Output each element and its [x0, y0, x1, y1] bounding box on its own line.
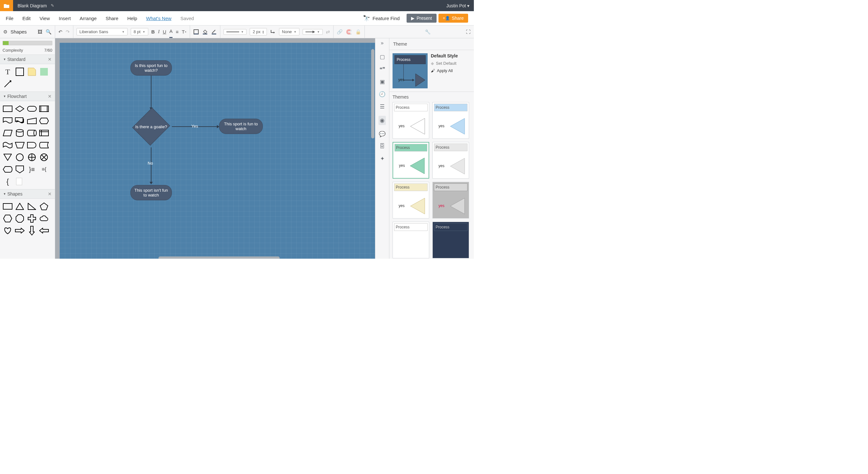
flowchart-node-result-yes[interactable]: This sport is fun to watch — [219, 119, 263, 134]
vertical-scrollbar[interactable] — [371, 49, 374, 139]
sh-arrow-r[interactable] — [14, 225, 26, 236]
comment-icon[interactable]: ❝❞ — [379, 66, 385, 73]
search-icon[interactable]: 🔍 — [45, 26, 52, 38]
fc-manual-op[interactable] — [14, 139, 26, 151]
apply-all-button[interactable]: 🖌Apply All — [431, 68, 471, 73]
fc-sum[interactable] — [38, 151, 50, 163]
theme-option-6[interactable]: Processyes — [432, 182, 469, 218]
gear-icon[interactable]: ⚙ — [3, 26, 7, 38]
theme-icon[interactable]: ◉ — [378, 116, 386, 125]
panel-header-standard[interactable]: ▼Standard✕ — [0, 55, 55, 64]
edge-label-no[interactable]: No — [148, 161, 153, 166]
menu-help[interactable]: Help — [127, 16, 137, 21]
fc-preparation[interactable] — [38, 115, 50, 127]
fc-stored[interactable] — [38, 139, 50, 151]
canvas-area[interactable]: Is this sport fun to watch? Is there a g… — [55, 38, 375, 259]
document-folder-icon[interactable] — [0, 0, 13, 11]
flowchart-node-decision[interactable]: Is there a goalie? — [135, 111, 167, 143]
layers-icon[interactable]: ☰ — [380, 103, 384, 110]
block-shape[interactable] — [14, 66, 26, 78]
feature-find[interactable]: Feature Find — [372, 16, 400, 21]
fc-card[interactable] — [14, 176, 26, 187]
fc-database[interactable] — [14, 127, 26, 139]
line-shape[interactable] — [2, 78, 13, 90]
theme-option-3[interactable]: Processyes — [393, 142, 429, 179]
fc-manual-input[interactable] — [26, 115, 38, 127]
arrow-end-select[interactable]: ▼ — [303, 29, 323, 35]
sh-rect[interactable] — [2, 201, 13, 212]
fc-internal[interactable] — [38, 127, 50, 139]
canvas[interactable]: Is this sport fun to watch? Is there a g… — [60, 43, 375, 259]
magnet-icon[interactable]: 🧲 — [346, 26, 352, 38]
image-icon[interactable]: 🖼 — [38, 26, 42, 38]
edge-label-yes[interactable]: Yes — [191, 124, 198, 128]
menu-file[interactable]: File — [6, 16, 13, 21]
fullscreen-icon[interactable]: ⛶ — [466, 26, 471, 38]
menu-insert[interactable]: Insert — [59, 16, 71, 21]
note-shape[interactable] — [26, 66, 38, 78]
flowchart-node-result-no[interactable]: This sport isn't fun to watch — [130, 185, 172, 200]
horizontal-scrollbar[interactable] — [158, 257, 280, 259]
clear-format-button[interactable]: T× — [182, 26, 186, 38]
sh-cloud[interactable] — [38, 213, 50, 224]
bold-button[interactable]: B — [152, 26, 155, 38]
text-shape[interactable]: T — [2, 66, 13, 78]
page-icon[interactable]: ▢ — [380, 54, 385, 60]
close-icon[interactable]: ✕ — [48, 57, 52, 62]
sh-tri[interactable] — [14, 201, 26, 212]
fc-decision[interactable] — [14, 103, 26, 115]
italic-button[interactable]: I — [158, 26, 159, 38]
close-icon[interactable]: ✕ — [48, 94, 52, 99]
arrow-start-select[interactable]: None▼ — [279, 28, 300, 35]
fc-terminator[interactable] — [26, 103, 38, 115]
history-icon[interactable]: 🕘 — [379, 91, 385, 98]
chat-icon[interactable]: 💬 — [379, 131, 385, 138]
sh-heart[interactable] — [2, 225, 13, 236]
sh-arrow-d[interactable] — [26, 225, 38, 236]
fc-multidoc[interactable] — [14, 115, 26, 127]
fc-predefined[interactable] — [38, 103, 50, 115]
align-button[interactable]: ≡ — [176, 26, 179, 38]
fc-display[interactable] — [2, 164, 13, 175]
user-menu[interactable]: Justin Pot ▾ — [446, 3, 469, 8]
present-button[interactable]: ▶ Present — [407, 14, 436, 23]
theme-option-8[interactable]: Process — [432, 222, 469, 258]
fc-or[interactable] — [26, 151, 38, 163]
panel-header-flowchart[interactable]: ▼Flowchart✕ — [0, 92, 55, 101]
fc-offpage[interactable] — [14, 164, 26, 175]
hotspot-shape[interactable] — [38, 66, 50, 78]
fc-directdata[interactable] — [26, 127, 38, 139]
theme-option-4[interactable]: Processyes — [432, 142, 469, 179]
edge[interactable] — [151, 76, 152, 108]
sh-oct[interactable] — [14, 213, 26, 224]
sh-arrow-l[interactable] — [38, 225, 50, 236]
close-icon[interactable]: ✕ — [48, 191, 52, 197]
font-family-select[interactable]: Liberation Sans▼ — [76, 28, 128, 35]
fc-brace-left[interactable]: { — [2, 176, 13, 187]
undo-icon[interactable]: ↶ — [58, 26, 62, 38]
underline-button[interactable]: U — [163, 26, 166, 38]
theme-option-1[interactable]: Processyes — [393, 102, 429, 139]
sh-cross[interactable] — [26, 213, 38, 224]
swap-direction-button[interactable]: ⇄ — [326, 26, 330, 38]
menu-share[interactable]: Share — [105, 16, 118, 21]
connector-type-button[interactable] — [270, 26, 276, 38]
redo-icon[interactable]: ↷ — [66, 26, 70, 38]
menu-whats-new[interactable]: What's New — [146, 16, 172, 21]
theme-option-2[interactable]: Processyes — [432, 102, 469, 139]
font-size-select[interactable]: 8 pt▼ — [131, 28, 148, 35]
menu-edit[interactable]: Edit — [22, 16, 31, 21]
share-button[interactable]: +👤 Share — [438, 14, 468, 23]
binoculars-icon[interactable]: 🔭 — [363, 15, 370, 22]
lock-icon[interactable]: 🔒 — [355, 26, 361, 38]
panel-header-shapes[interactable]: ▼Shapes✕ — [0, 189, 55, 199]
bucket-fill-button[interactable] — [202, 26, 208, 38]
menu-view[interactable]: View — [39, 16, 50, 21]
link-icon[interactable]: 🔗 — [337, 26, 343, 38]
set-default-button[interactable]: ◆Set Default — [431, 61, 471, 66]
line-width-select[interactable]: 2 px▴▾ — [250, 28, 267, 35]
fill-color-button[interactable] — [193, 26, 199, 38]
theme-option-7[interactable]: Process — [393, 222, 429, 258]
data-icon[interactable]: 🗄 — [379, 143, 385, 150]
magic-icon[interactable]: ✦ — [380, 155, 384, 162]
